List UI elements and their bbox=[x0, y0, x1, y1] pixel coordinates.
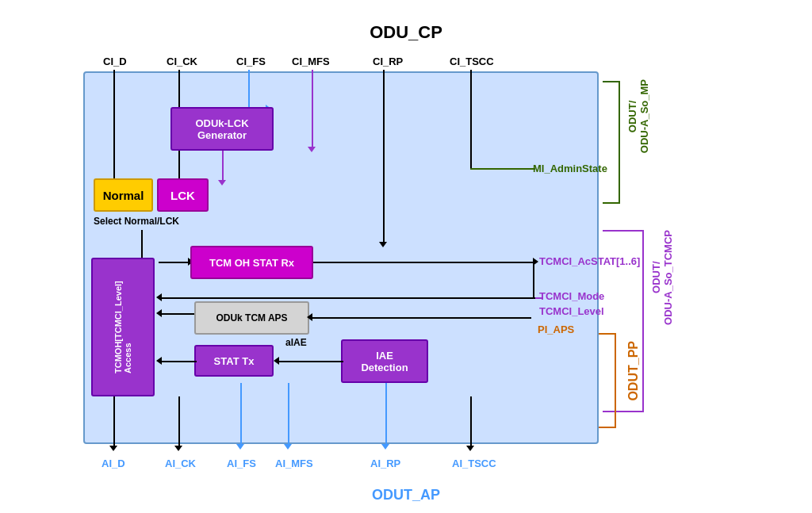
ai-rp-line-blue bbox=[385, 383, 387, 446]
odut-so-mp-label: ODUT/ ODU-A_So_MP bbox=[626, 79, 650, 153]
signal-ai-mfs: AI_MFS bbox=[275, 457, 313, 469]
purple-bracket-line bbox=[642, 230, 644, 412]
tcmci-level-arrow bbox=[156, 309, 162, 317]
signal-ai-ck: AI_CK bbox=[165, 457, 196, 469]
selector-down-line bbox=[141, 230, 143, 260]
ai-ck-line bbox=[178, 396, 180, 448]
tcmci-acstat-label: TCMCI_AcSTAT[1..6] bbox=[539, 255, 640, 267]
oduk-tcm-aps-block: ODUk TCM APS bbox=[194, 301, 309, 335]
ci-mfs-line bbox=[312, 70, 313, 149]
ai-tscc-arrow bbox=[466, 446, 474, 451]
tcm-aps-from-right-arrow bbox=[307, 313, 312, 321]
tcmci-mode-arrow bbox=[156, 293, 162, 301]
oduk-lck-generator-block: ODUk-LCK Generator bbox=[170, 107, 274, 151]
ai-tscc-line bbox=[470, 396, 472, 448]
signal-ci-fs: CI_FS bbox=[236, 56, 266, 67]
tcmci-level-line bbox=[159, 313, 194, 315]
orange-bracket-bot bbox=[599, 427, 616, 428]
purple-bracket-bot bbox=[603, 411, 644, 412]
ai-d-line bbox=[113, 396, 115, 448]
odut-pp-label: ODUT_PP bbox=[626, 341, 641, 401]
ai-mfs-arrow-blue bbox=[284, 444, 292, 450]
aiae-arrow bbox=[274, 357, 279, 365]
ai-rp-arrow-blue bbox=[381, 444, 389, 450]
green-bracket-top bbox=[603, 81, 620, 82]
tcmci-mode-line bbox=[159, 297, 535, 299]
signal-ci-tscc: CI_TSCC bbox=[450, 56, 494, 67]
signal-ci-mfs: CI_MFS bbox=[292, 56, 330, 67]
tcm-stat-rx-right-line bbox=[313, 262, 535, 263]
ai-fs-arrow-blue bbox=[236, 444, 244, 450]
signal-ai-rp: AI_RP bbox=[370, 457, 400, 469]
main-box bbox=[83, 71, 599, 444]
signal-ai-fs: AI_FS bbox=[227, 457, 256, 469]
ai-ck-arrow bbox=[174, 446, 182, 451]
signal-ci-ck: CI_CK bbox=[167, 56, 197, 67]
aiae-label: aIAE bbox=[285, 337, 307, 348]
orange-bracket-top bbox=[599, 333, 616, 335]
normal-block: Normal bbox=[94, 178, 153, 212]
lck-gen-to-lck-line bbox=[222, 151, 224, 182]
signal-ci-rp: CI_RP bbox=[373, 56, 403, 67]
iae-detection-block: IAE Detection bbox=[341, 339, 428, 383]
ai-fs-line-blue bbox=[240, 383, 242, 446]
pi-aps-label: PI_APS bbox=[538, 323, 574, 335]
signal-ai-tscc: AI_TSCC bbox=[452, 457, 496, 469]
mi-admin-state-label: MI_AdminState bbox=[533, 163, 607, 174]
signal-ci-d: CI_D bbox=[103, 56, 127, 67]
purple-bracket-top bbox=[603, 230, 644, 232]
ci-fs-line-v bbox=[248, 70, 250, 109]
odut-so-tcmcp-label: ODUT/ ODU-A_So_TCMCP bbox=[650, 230, 674, 325]
ci-tscc-line bbox=[470, 70, 472, 169]
tcmci-vert-line bbox=[533, 262, 534, 297]
tcmci-mode-right-line bbox=[535, 297, 543, 299]
ci-d-line bbox=[113, 70, 115, 185]
stat-tx-block: STAT Tx bbox=[194, 345, 274, 377]
tcmoh-access-block: TCMOH[TCMCI_Level] Access bbox=[91, 258, 155, 396]
ai-mfs-line-blue bbox=[288, 383, 289, 446]
mi-admin-state-line bbox=[470, 168, 535, 170]
tcmci-level-label: TCMCI_Level bbox=[539, 305, 604, 317]
tcm-oh-stat-rx-block: TCM OH STAT Rx bbox=[190, 246, 313, 279]
ci-mfs-arrow bbox=[308, 147, 316, 152]
tcm-aps-from-right-line bbox=[309, 317, 531, 319]
lck-block: LCK bbox=[157, 178, 209, 212]
orange-bracket-line bbox=[615, 333, 616, 428]
ai-d-arrow bbox=[109, 446, 117, 451]
stat-tx-to-access-line bbox=[159, 361, 197, 362]
odut-ap-label: ODUT_AP bbox=[372, 487, 440, 503]
green-bracket-line bbox=[619, 81, 620, 204]
signal-ai-d: AI_D bbox=[102, 457, 125, 469]
green-bracket-bot bbox=[603, 202, 620, 204]
diagram-container: ODU_CP CI_D CI_CK CI_FS CI_MFS CI_RP CI_… bbox=[0, 0, 812, 513]
aiae-line bbox=[276, 361, 343, 362]
select-label: Select Normal/LCK bbox=[94, 216, 179, 227]
title: ODU_CP bbox=[370, 22, 442, 43]
ci-rp-arrow bbox=[379, 242, 387, 247]
lck-gen-to-lck-arrow bbox=[218, 180, 226, 186]
ci-rp-line bbox=[383, 70, 385, 244]
to-tcm-line bbox=[159, 262, 190, 263]
tcmci-mode-label: TCMCI_Mode bbox=[539, 290, 604, 302]
stat-tx-to-access-arrow bbox=[156, 357, 162, 365]
